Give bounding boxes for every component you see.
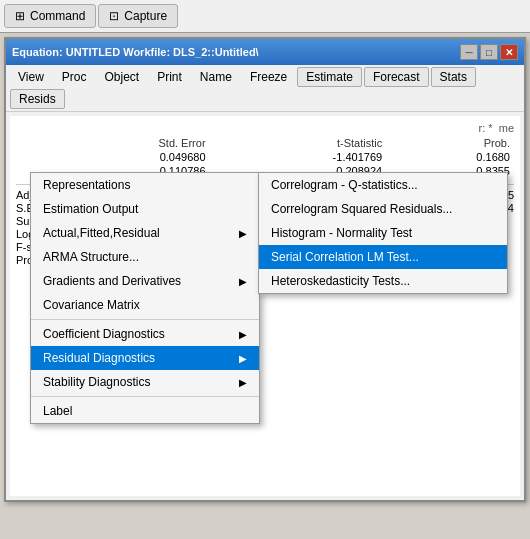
minimize-button[interactable]: ─ [460, 44, 478, 60]
submenu-label: Serial Correlation LM Test... [271, 250, 419, 264]
submenu-item-correlogram[interactable]: Correlogram - Q-statistics... [259, 173, 507, 197]
taskbar: ⊞ Command ⊡ Capture [0, 0, 530, 33]
menu-name[interactable]: Name [192, 67, 240, 87]
table-row: 0.049680 -1.401769 0.1680 [16, 150, 514, 164]
row1-stderr: 0.049680 [41, 150, 210, 164]
capture-label: Capture [124, 9, 167, 23]
command-label: Command [30, 9, 85, 23]
command-button[interactable]: ⊞ Command [4, 4, 96, 28]
menu-object[interactable]: Object [96, 67, 147, 87]
arrow-icon: ▶ [239, 329, 247, 340]
dropdown-label: Estimation Output [43, 202, 138, 216]
menu-print[interactable]: Print [149, 67, 190, 87]
dropdown-label: Coefficient Diagnostics [43, 327, 165, 341]
dropdown-label: Covariance Matrix [43, 298, 140, 312]
arrow-icon: ▶ [239, 228, 247, 239]
separator [31, 319, 259, 320]
submenu-label: Correlogram - Q-statistics... [271, 178, 418, 192]
menu-resids[interactable]: Resids [10, 89, 65, 109]
arrow-icon: ▶ [239, 353, 247, 364]
dropdown-item-covariance[interactable]: Covariance Matrix [31, 293, 259, 317]
dropdown-item-residual-diag[interactable]: Residual Diagnostics ▶ [31, 346, 259, 370]
dropdown-item-label[interactable]: Label [31, 399, 259, 423]
arrow-icon: ▶ [239, 377, 247, 388]
capture-icon: ⊡ [109, 9, 119, 23]
dropdown-label: Representations [43, 178, 130, 192]
col-header-tstat: t-Statistic [210, 136, 387, 150]
equation-window: Equation: UNTITLED Workfile: DLS_2::Unti… [4, 37, 526, 502]
dropdown-label: Label [43, 404, 72, 418]
dropdown-label: Actual,Fitted,Residual [43, 226, 160, 240]
submenu-item-serial-corr[interactable]: Serial Correlation LM Test... [259, 245, 507, 269]
note-me: me [499, 122, 514, 134]
submenu-item-histogram[interactable]: Histogram - Normality Test [259, 221, 507, 245]
dropdown-item-actual-fitted[interactable]: Actual,Fitted,Residual ▶ [31, 221, 259, 245]
row1-prob: 0.1680 [386, 150, 514, 164]
dropdown-label: Stability Diagnostics [43, 375, 150, 389]
dropdown-item-coefficient-diag[interactable]: Coefficient Diagnostics ▶ [31, 322, 259, 346]
menu-view[interactable]: View [10, 67, 52, 87]
submenu-label: Heteroskedasticity Tests... [271, 274, 410, 288]
close-button[interactable]: ✕ [500, 44, 518, 60]
restore-button[interactable]: □ [480, 44, 498, 60]
menu-bar: View Proc Object Print Name Freeze Estim… [6, 65, 524, 112]
dropdown-item-estimation[interactable]: Estimation Output [31, 197, 259, 221]
window-title: Equation: UNTITLED Workfile: DLS_2::Unti… [12, 46, 259, 58]
col-header-prob: Prob. [386, 136, 514, 150]
menu-forecast[interactable]: Forecast [364, 67, 429, 87]
separator [31, 396, 259, 397]
dropdown-item-representations[interactable]: Representations [31, 173, 259, 197]
main-dropdown[interactable]: Representations Estimation Output Actual… [30, 172, 260, 424]
dropdown-label: Residual Diagnostics [43, 351, 155, 365]
content-area: r: * me Std. Error t-Statistic Prob. [10, 116, 520, 496]
menu-estimate[interactable]: Estimate [297, 67, 362, 87]
dropdown-item-stability-diag[interactable]: Stability Diagnostics ▶ [31, 370, 259, 394]
dropdown-overlay: Representations Estimation Output Actual… [10, 116, 520, 496]
dropdown-item-arma[interactable]: ARMA Structure... [31, 245, 259, 269]
title-bar: Equation: UNTITLED Workfile: DLS_2::Unti… [6, 39, 524, 65]
residual-diagnostics-submenu[interactable]: Correlogram - Q-statistics... Correlogra… [258, 172, 508, 294]
command-icon: ⊞ [15, 9, 25, 23]
submenu-item-correlogram-sq[interactable]: Correlogram Squared Residuals... [259, 197, 507, 221]
menu-freeze[interactable]: Freeze [242, 67, 295, 87]
note-r: r: * [479, 122, 493, 134]
title-buttons: ─ □ ✕ [460, 44, 518, 60]
capture-button[interactable]: ⊡ Capture [98, 4, 178, 28]
menu-stats[interactable]: Stats [431, 67, 476, 87]
arrow-icon: ▶ [239, 276, 247, 287]
row1-label [16, 150, 41, 164]
dropdown-label: ARMA Structure... [43, 250, 139, 264]
col-header-stderr: Std. Error [41, 136, 210, 150]
row1-tstat: -1.401769 [210, 150, 387, 164]
submenu-label: Histogram - Normality Test [271, 226, 412, 240]
submenu-label: Correlogram Squared Residuals... [271, 202, 452, 216]
window-area: Equation: UNTITLED Workfile: DLS_2::Unti… [0, 33, 530, 506]
col-header-empty [16, 136, 41, 150]
dropdown-label: Gradients and Derivatives [43, 274, 181, 288]
submenu-item-hetero[interactable]: Heteroskedasticity Tests... [259, 269, 507, 293]
corner-note: r: * me [16, 122, 514, 134]
dropdown-item-gradients[interactable]: Gradients and Derivatives ▶ [31, 269, 259, 293]
menu-proc[interactable]: Proc [54, 67, 95, 87]
